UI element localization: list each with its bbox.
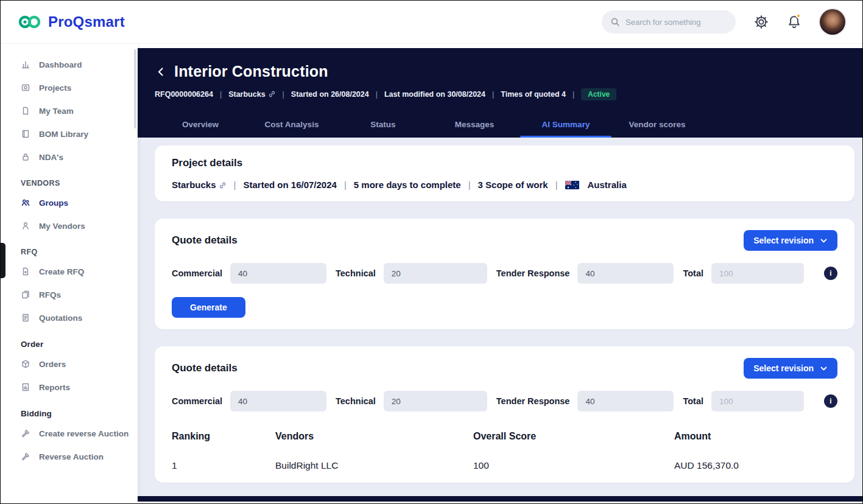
status-badge: Active [581, 88, 616, 100]
field-label: Total [683, 396, 703, 406]
search-input[interactable] [625, 18, 727, 27]
main-panel: Interior Construction RFQ0000006264 | St… [138, 48, 862, 503]
commercial-weight-input[interactable] [230, 263, 326, 284]
external-link-icon [268, 90, 276, 98]
sidebar-item-label: BOM Library [39, 130, 88, 139]
technical-weight-input[interactable] [384, 263, 487, 284]
report-chart-icon [21, 382, 30, 392]
total-weight-input[interactable] [711, 391, 804, 411]
sidebar-item-dashboard[interactable]: Dashboard [1, 53, 138, 76]
rfq-tabs: Overview Cost Analysis Status Messages A… [155, 113, 862, 138]
rfq-meta-row: RFQ0000006264 | Starbucks | Started on 2… [155, 88, 862, 100]
tab-overview[interactable]: Overview [155, 113, 246, 138]
search-icon [610, 17, 620, 27]
info-icon[interactable]: i [824, 267, 837, 280]
project-details-card: Project details Starbucks | Started on 1… [155, 145, 854, 201]
project-meta-row: Starbucks | Started on 16/07/2024 | 5 mo… [172, 180, 837, 190]
gavel-icon [21, 429, 30, 438]
field-label: Total [683, 268, 703, 278]
dashboard-icon [21, 60, 30, 69]
select-revision-button[interactable]: Select revision [744, 358, 837, 379]
rfq-times-quoted: Times of quoted 4 [501, 90, 566, 99]
table-row: 1 BuildRight LLC 100 AUD 156,370.0 [172, 460, 837, 471]
tender-response-weight-input[interactable] [577, 391, 674, 411]
edge-drawer-handle[interactable] [1, 243, 5, 278]
card-title: Project details [172, 157, 837, 169]
document-plus-icon [21, 267, 30, 276]
column-header-vendors: Vendors [275, 431, 473, 442]
sidebar-item-rfqs[interactable]: RFQs [1, 283, 138, 306]
tab-ai-summary[interactable]: AI Summary [520, 113, 611, 138]
select-revision-button[interactable]: Select revision [744, 230, 837, 251]
content-area: Project details Starbucks | Started on 1… [138, 138, 862, 503]
info-icon[interactable]: i [824, 394, 837, 408]
notifications-button[interactable] [787, 15, 801, 29]
sidebar: Dashboard Projects My Team BOM Library N… [1, 43, 138, 503]
tab-status[interactable]: Status [337, 113, 429, 138]
sidebar-item-reverse-auction[interactable]: Reverse Auction [1, 445, 138, 468]
page-title: Interior Construction [174, 63, 328, 80]
tab-messages[interactable]: Messages [429, 113, 520, 138]
field-label: Tender Response [496, 268, 570, 278]
chevron-left-icon [155, 66, 167, 78]
sidebar-item-label: NDA's [39, 153, 63, 162]
gavel-icon [21, 452, 30, 461]
rfq-vendor-link[interactable]: Starbucks [228, 90, 275, 99]
field-label: Tender Response [496, 396, 570, 406]
sidebar-item-groups[interactable]: Groups [1, 191, 138, 214]
rfq-header: Interior Construction RFQ0000006264 | St… [138, 48, 862, 138]
field-label: Technical [336, 396, 376, 406]
tab-vendor-scores[interactable]: Vendor scores [611, 113, 703, 138]
sidebar-item-label: My Team [39, 107, 74, 116]
bottom-dark-strip [138, 496, 862, 502]
sidebar-item-label: Reports [39, 383, 70, 392]
rfq-modified: Last modified on 30/08/2024 [384, 90, 485, 99]
brand-logo[interactable]: ProQsmart [18, 13, 125, 30]
tab-cost-analysis[interactable]: Cost Analysis [246, 113, 337, 138]
document-icon [21, 106, 30, 116]
generate-button[interactable]: Generate [172, 297, 245, 318]
sidebar-item-label: RFQs [39, 290, 61, 299]
brand-name: ProQsmart [48, 13, 125, 30]
sidebar-item-orders[interactable]: Orders [1, 352, 138, 376]
sidebar-item-reports[interactable]: Reports [1, 376, 138, 399]
settings-button[interactable] [754, 15, 769, 29]
tender-response-weight-input[interactable] [577, 263, 674, 284]
rfq-id: RFQ0000006264 [155, 90, 213, 99]
project-started: Started on 16/07/2024 [243, 180, 336, 190]
weight-fields-row: Commercial Technical Tender Response Tot… [172, 391, 837, 411]
sidebar-item-my-team[interactable]: My Team [1, 99, 138, 122]
sidebar-item-bom-library[interactable]: BOM Library [1, 122, 138, 145]
sidebar-section-vendors: VENDORS [1, 169, 138, 191]
sidebar-item-create-reverse-auction[interactable]: Create reverse Auction [1, 422, 138, 445]
gear-icon [754, 15, 769, 29]
technical-weight-input[interactable] [384, 391, 487, 411]
rfq-started: Started on 26/08/2024 [291, 90, 369, 99]
notification-dot-icon [796, 13, 801, 18]
sidebar-item-projects[interactable]: Projects [1, 76, 138, 99]
column-header-ranking: Ranking [172, 431, 275, 442]
user-avatar[interactable] [820, 9, 845, 35]
sidebar-scrollbar[interactable] [134, 49, 136, 128]
card-title: Quote details [172, 234, 238, 247]
back-button[interactable] [155, 66, 167, 78]
chevron-down-icon [820, 237, 828, 245]
vendor-ranking-table: Ranking Vendors Overall Score Amount 1 B… [172, 431, 837, 471]
sidebar-item-quotations[interactable]: Quotations [1, 306, 138, 329]
commercial-weight-input[interactable] [230, 391, 326, 411]
card-title: Quote details [172, 362, 238, 374]
sidebar-item-ndas[interactable]: NDA's [1, 145, 138, 169]
total-weight-input[interactable] [711, 263, 804, 284]
sidebar-item-label: Create reverse Auction [39, 429, 129, 438]
project-vendor-link[interactable]: Starbucks [172, 180, 227, 190]
cell-ranking: 1 [172, 460, 275, 471]
sidebar-section-order: Order [1, 329, 138, 352]
sidebar-item-my-vendors[interactable]: My Vendors [1, 214, 138, 237]
cell-amount: AUD 156,370.0 [674, 460, 837, 471]
column-header-amount: Amount [674, 431, 837, 442]
quote-details-card-1: Quote details Select revision Commercial… [155, 219, 854, 329]
sidebar-item-label: Projects [39, 83, 71, 93]
documents-icon [21, 290, 30, 299]
sidebar-item-create-rfq[interactable]: Create RFQ [1, 260, 138, 283]
search-bar[interactable] [602, 10, 736, 33]
